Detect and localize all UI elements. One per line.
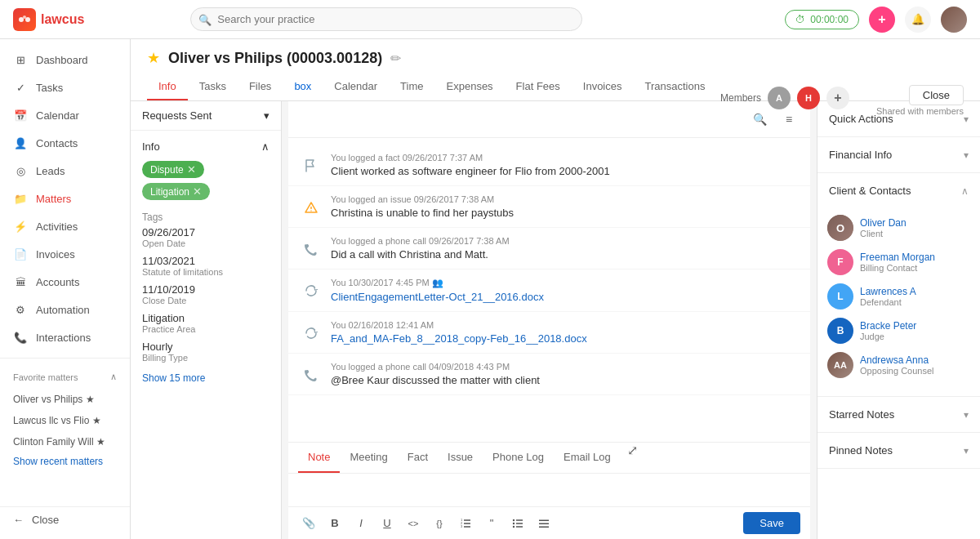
contact-info-andrewsa: Andrewsa Anna Opposing Counsel: [860, 354, 970, 376]
client-contacts-section: Client & Contacts ∧ O Oliver Dan Client: [817, 173, 980, 397]
statute-label: Statute of limitations: [142, 267, 270, 277]
add-member-button[interactable]: +: [826, 87, 849, 109]
filter-activity-button[interactable]: ≡: [777, 108, 800, 131]
activities-icon: ⚡: [13, 219, 28, 234]
sidebar-item-matters[interactable]: 📁 Matters: [0, 185, 130, 212]
billing-type-value: Hourly: [142, 341, 270, 353]
tab-files[interactable]: Files: [238, 74, 283, 100]
contact-item-freeman[interactable]: F Freeman Morgan Billing Contact: [827, 249, 970, 275]
sidebar-label-accounts: Accounts: [36, 276, 79, 288]
starred-notes-header[interactable]: Starred Notes ▾: [817, 397, 980, 432]
ul-dash-button[interactable]: [533, 513, 555, 534]
svg-rect-19: [539, 526, 549, 528]
sidebar-item-interactions[interactable]: 📞 Interactions: [0, 323, 130, 351]
close-sidebar-button[interactable]: ← Close: [0, 506, 130, 532]
favorites-header[interactable]: Favorite matters ∧: [0, 365, 130, 389]
add-button[interactable]: +: [869, 7, 895, 33]
note-tab-phone-log[interactable]: Phone Log: [483, 443, 554, 473]
requests-dropdown[interactable]: Requests Sent ▾: [131, 101, 281, 131]
document-link-2[interactable]: FA_and_MA-Feb_8__2018_copy-Feb_16__2018.…: [331, 332, 587, 345]
tab-transactions[interactable]: Transactions: [634, 74, 717, 100]
code-button[interactable]: <>: [403, 513, 424, 534]
contact-avatar-andrewsa: AA: [827, 352, 853, 378]
user-avatar[interactable]: [941, 7, 967, 33]
svg-text:3: 3: [461, 524, 463, 528]
matters-icon: 📁: [13, 191, 28, 206]
save-note-button[interactable]: Save: [743, 512, 800, 534]
tab-expenses[interactable]: Expenses: [435, 74, 505, 100]
favorite-matter-2[interactable]: Lawcus llc vs Flio ★: [0, 410, 130, 431]
tag-dispute[interactable]: Dispute ✕: [142, 161, 204, 178]
favorites-label: Favorite matters: [13, 372, 78, 382]
sidebar-item-activities[interactable]: ⚡ Activities: [0, 212, 130, 240]
code-block-button[interactable]: {}: [429, 513, 450, 534]
quote-button[interactable]: ": [481, 513, 502, 534]
favorite-star-icon[interactable]: ★: [147, 49, 160, 67]
search-icon: 🔍: [198, 13, 212, 25]
leads-icon: ◎: [13, 163, 28, 178]
bold-button[interactable]: B: [324, 513, 345, 534]
timer-button[interactable]: ⏱ 00:00:00: [785, 10, 859, 29]
close-matter-button[interactable]: Close: [909, 85, 964, 105]
favorite-matter-1[interactable]: Oliver vs Philips ★: [0, 389, 130, 410]
show-recent-matters[interactable]: Show recent matters: [0, 452, 130, 470]
note-tab-email-log[interactable]: Email Log: [554, 443, 621, 473]
svg-point-1: [23, 16, 26, 19]
search-activity-button[interactable]: 🔍: [748, 108, 771, 131]
info-section-header[interactable]: Info ∧: [142, 140, 270, 153]
document-link-1[interactable]: ClientEngagementLetter-Oct_21__2016.docx: [331, 291, 544, 303]
contact-role-lawrences: Defendant: [860, 297, 970, 307]
contact-item-oliver[interactable]: O Oliver Dan Client: [827, 215, 970, 241]
sidebar-item-automation[interactable]: ⚙ Automation: [0, 296, 130, 323]
tab-tasks[interactable]: Tasks: [188, 74, 238, 100]
contact-item-bracke[interactable]: B Bracke Peter Judge: [827, 318, 970, 344]
sidebar-item-leads[interactable]: ◎ Leads: [0, 157, 130, 185]
sidebar-item-contacts[interactable]: 👤 Contacts: [0, 129, 130, 157]
note-text-area[interactable]: [288, 474, 810, 506]
contact-role-bracke: Judge: [860, 332, 970, 341]
ol-button[interactable]: 123: [455, 513, 476, 534]
note-tab-meeting[interactable]: Meeting: [340, 443, 397, 473]
underline-button[interactable]: U: [376, 513, 398, 534]
note-tab-issue[interactable]: Issue: [438, 443, 483, 473]
fullscreen-button[interactable]: ⤢: [627, 443, 638, 473]
sidebar-item-calendar[interactable]: 📅 Calendar: [0, 101, 130, 129]
sidebar-item-accounts[interactable]: 🏛 Accounts: [0, 268, 130, 296]
financial-info-header[interactable]: Financial Info ▾: [817, 137, 980, 172]
tab-invoices[interactable]: Invoices: [572, 74, 634, 100]
member-avatar-1[interactable]: A: [768, 87, 791, 109]
contact-item-lawrences[interactable]: L Lawrences A Defendant: [827, 283, 970, 310]
svg-point-4: [310, 210, 312, 212]
tag-litigation[interactable]: Litigation ✕: [142, 183, 210, 200]
tab-time[interactable]: Time: [389, 74, 434, 100]
tab-calendar[interactable]: Calendar: [323, 74, 389, 100]
app-logo[interactable]: lawcus: [13, 8, 84, 31]
show-more-link[interactable]: Show 15 more: [142, 369, 270, 387]
member-avatar-2[interactable]: H: [797, 87, 820, 109]
note-tab-note[interactable]: Note: [298, 443, 340, 473]
contact-item-andrewsa[interactable]: AA Andrewsa Anna Opposing Counsel: [827, 352, 970, 378]
sidebar-item-tasks[interactable]: ✓ Tasks: [0, 74, 130, 101]
attach-button[interactable]: 📎: [298, 513, 319, 534]
sidebar-item-invoices[interactable]: 📄 Invoices: [0, 240, 130, 268]
note-tab-fact[interactable]: Fact: [398, 443, 438, 473]
remove-litigation-tag-button[interactable]: ✕: [193, 185, 202, 198]
italic-button[interactable]: I: [350, 513, 372, 534]
search-input[interactable]: [190, 7, 582, 31]
sidebar: ⊞ Dashboard ✓ Tasks 📅 Calendar 👤 Contact…: [0, 39, 131, 539]
ul-bullet-button[interactable]: [507, 513, 528, 534]
notifications-button[interactable]: 🔔: [905, 7, 931, 33]
edit-icon[interactable]: ✏: [390, 51, 401, 66]
client-contacts-chevron-icon: ∧: [961, 185, 969, 197]
client-contacts-header[interactable]: Client & Contacts ∧: [817, 173, 980, 208]
tab-info[interactable]: Info: [147, 74, 188, 100]
tab-box[interactable]: box: [283, 74, 323, 100]
tab-flat-fees[interactable]: Flat Fees: [505, 74, 572, 100]
contacts-icon: 👤: [13, 136, 28, 150]
activity-meta-1: You logged a fact 09/26/2017 7:37 AM: [331, 153, 799, 163]
remove-dispute-tag-button[interactable]: ✕: [187, 163, 196, 176]
pinned-notes-header[interactable]: Pinned Notes ▾: [817, 433, 980, 468]
favorite-matter-3[interactable]: Clinton Family Will ★: [0, 431, 130, 452]
sidebar-item-dashboard[interactable]: ⊞ Dashboard: [0, 46, 130, 74]
matter-title: Oliver vs Philips (00003.00128): [168, 50, 382, 67]
